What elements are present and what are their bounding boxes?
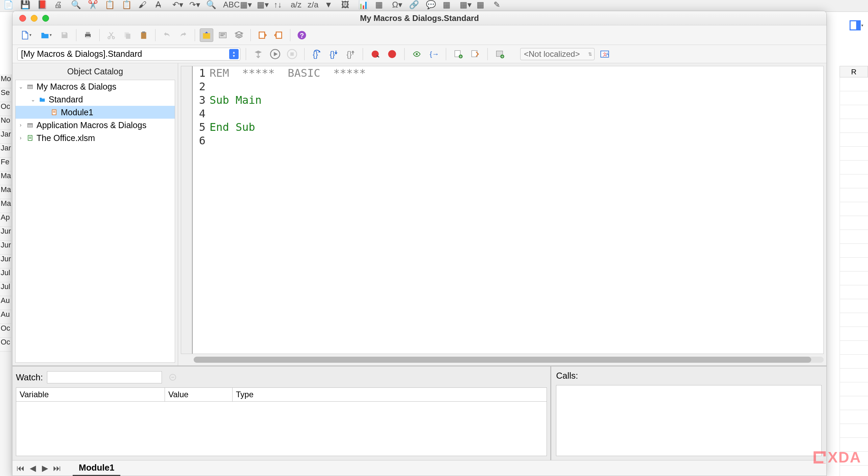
export-dialog-button[interactable] (272, 28, 285, 42)
tree-item[interactable]: ›Application Macros & Dialogs (16, 119, 175, 132)
svg-rect-11 (142, 31, 145, 33)
redo-button[interactable] (176, 28, 190, 42)
svg-rect-9 (126, 33, 130, 39)
stop-button[interactable] (285, 47, 299, 61)
tab-last-button[interactable]: ⏭ (52, 463, 62, 473)
bg-row-headers: MoSeOcNoJarJarFeMaMaMaApJurJurJurJulJulA… (0, 74, 11, 476)
step-over-button[interactable]: {} (310, 47, 323, 61)
combo-stepper-icon[interactable]: ▲▼ (229, 49, 239, 59)
bg-row-header: Oc (0, 102, 11, 116)
svg-rect-54 (29, 138, 31, 139)
col-variable[interactable]: Variable (16, 388, 165, 401)
copy-button[interactable] (121, 28, 134, 42)
horizontal-scrollbar[interactable] (194, 357, 824, 363)
library-selector[interactable]: [My Macros & Dialogs].Standard ▲▼ (17, 48, 240, 61)
chevron-right-icon[interactable]: › (18, 122, 24, 128)
catalog-icon (202, 30, 211, 40)
svg-point-33 (416, 53, 418, 55)
save-button[interactable] (58, 28, 71, 42)
library-path-text: [My Macros & Dialogs].Standard (21, 49, 142, 59)
svg-text:{→}: {→} (430, 50, 439, 58)
redo-icon (178, 31, 188, 40)
svg-point-32 (388, 50, 396, 58)
tab-prev-button[interactable]: ◀ (28, 463, 38, 473)
code-line[interactable] (210, 107, 823, 120)
tree-item-selected[interactable]: Module1 (16, 106, 175, 119)
manage-language-button[interactable]: 文A (598, 47, 611, 61)
chevron-down-icon[interactable]: ⌄ (30, 96, 36, 103)
bg-sidebar-icon[interactable]: ▾ (844, 14, 868, 37)
window-title: My Macros & Dialogs.Standard (13, 14, 826, 23)
bg-row-header: Au (0, 296, 11, 310)
tab-next-button[interactable]: ▶ (40, 463, 50, 473)
bg-row-header: Ap (0, 213, 11, 227)
print-button[interactable] (81, 28, 95, 42)
step-over-icon: {} (312, 49, 322, 59)
col-type[interactable]: Type (233, 388, 547, 401)
tree-item[interactable]: ›The Office.xlsm (16, 132, 175, 144)
code-line[interactable] (210, 80, 823, 93)
catalog-tree[interactable]: ⌄My Macros & Dialogs⌄StandardModule1›App… (15, 80, 175, 363)
code-editor[interactable]: 123456 REM ***** BASIC ***** Sub Main En… (181, 66, 824, 354)
chevron-down-icon[interactable]: ⌄ (18, 84, 24, 90)
bg-omega-icon: Ω▾ (392, 0, 403, 6)
code-line[interactable] (210, 134, 823, 147)
bg-find-icon: 🔍 (206, 0, 217, 6)
paste-button[interactable] (137, 28, 150, 42)
tab-first-button[interactable]: ⏮ (16, 463, 25, 473)
svg-rect-48 (53, 111, 55, 112)
watch-table[interactable]: Variable Value Type (16, 387, 547, 456)
step-out-button[interactable]: {} (344, 47, 357, 61)
run-button[interactable] (268, 47, 282, 61)
step-into-button[interactable]: {} (327, 47, 340, 61)
bg-toolbar: 📄▾ 💾▾ 📕 🖨 🔍 ✂️ 📋 📋▾ 🖌 A̶ ↶▾ ↷▾ 🔍 ABC ▦▾ … (0, 0, 868, 12)
chevron-right-icon[interactable]: › (18, 135, 24, 141)
translate-icon: 文A (600, 49, 610, 59)
remove-icon (169, 373, 177, 381)
close-window-button[interactable] (19, 15, 26, 22)
find-brackets-button[interactable]: {→} (427, 47, 440, 61)
manage-breakpoints-button[interactable] (385, 47, 399, 61)
breakpoint-icon (370, 49, 380, 59)
module-tab[interactable]: Module1 (73, 460, 120, 476)
breakpoint-gutter[interactable] (181, 66, 193, 354)
save-source-button[interactable] (468, 47, 482, 61)
modules-button[interactable] (232, 28, 246, 42)
svg-rect-49 (53, 112, 55, 113)
help-button[interactable]: ? (295, 28, 309, 42)
import-dialog-button[interactable] (256, 28, 269, 42)
open-button[interactable]: ▼ (38, 28, 55, 42)
code-line[interactable]: End Sub (210, 120, 823, 134)
brackets-icon: {→} (429, 49, 439, 59)
stack-icon (234, 30, 244, 40)
maximize-window-button[interactable] (42, 15, 49, 22)
svg-rect-15 (220, 33, 225, 34)
object-catalog-button[interactable] (200, 28, 213, 42)
bg-row-header: Fe (0, 158, 11, 171)
new-button[interactable]: ▼ (17, 28, 35, 42)
import-basic-button[interactable]: + (493, 47, 507, 61)
code-line[interactable]: Sub Main (210, 93, 823, 107)
select-macro-button[interactable] (216, 28, 230, 42)
macro-select-icon (218, 30, 227, 40)
code-text[interactable]: REM ***** BASIC ***** Sub Main End Sub (208, 66, 823, 354)
bg-split-icon: ▦ (477, 0, 487, 6)
tree-item[interactable]: ⌄My Macros & Dialogs (16, 80, 175, 93)
breakpoint-button[interactable] (368, 47, 382, 61)
minimize-window-button[interactable] (31, 15, 38, 22)
col-value[interactable]: Value (165, 388, 233, 401)
watch-input[interactable] (47, 371, 162, 383)
undo-button[interactable] (160, 28, 174, 42)
insert-source-icon: + (454, 49, 463, 59)
watch-button[interactable] (410, 47, 424, 61)
watch-panel: Watch: Variable Value Type (13, 366, 551, 460)
cut-button[interactable] (104, 28, 118, 42)
doc-icon (26, 134, 34, 142)
insert-source-button[interactable]: + (452, 47, 465, 61)
language-selector[interactable]: <Not localized> ⇅ (520, 48, 595, 60)
tree-item[interactable]: ⌄Standard (16, 93, 175, 106)
remove-watch-button[interactable] (166, 371, 179, 384)
calls-list[interactable] (556, 385, 822, 456)
code-line[interactable]: REM ***** BASIC ***** (210, 66, 823, 80)
compile-button[interactable] (251, 47, 265, 61)
